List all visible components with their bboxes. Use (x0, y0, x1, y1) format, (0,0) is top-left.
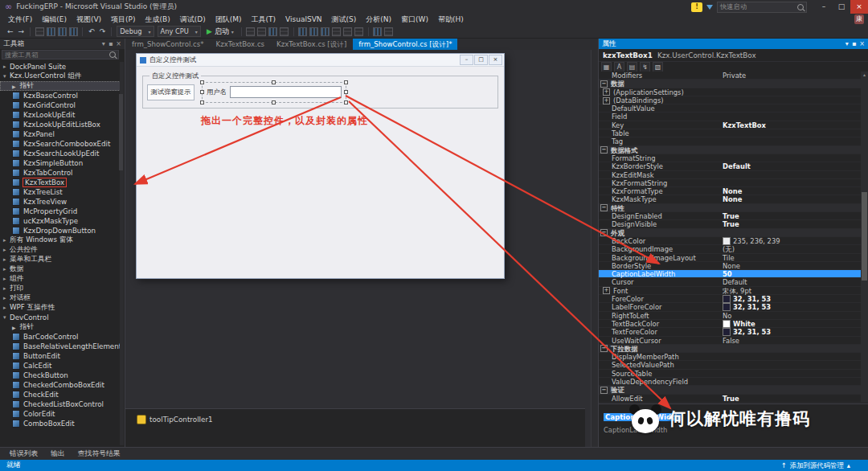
toolbox-item-6[interactable]: KzxLookUpEditListBox (0, 120, 121, 129)
quick-launch-search[interactable]: 快速启动 (717, 2, 807, 13)
expand-icon[interactable]: + (603, 88, 610, 96)
menu-item-12[interactable]: 帮助(H) (433, 14, 469, 25)
prop-value[interactable] (719, 370, 861, 378)
prop-row-field[interactable]: Field (599, 113, 861, 121)
toolbox-item-31[interactable]: CalcEdit (0, 361, 121, 371)
menu-item-8[interactable]: VisualSVN (280, 14, 326, 25)
prop-value[interactable]: True (719, 220, 861, 228)
collapse-icon[interactable]: − (600, 387, 608, 394)
doc-tab-3[interactable]: frm_ShowControl.cs [设计]* (353, 39, 457, 50)
menu-item-11[interactable]: 窗口(W) (396, 14, 433, 25)
toolbar-icon[interactable] (280, 27, 289, 36)
toolbox-item-28[interactable]: BarCodeControl (0, 332, 121, 342)
toolbox-item-34[interactable]: CheckEdit (0, 390, 121, 399)
close-icon[interactable]: × (859, 40, 865, 47)
prop-value[interactable]: True (719, 395, 861, 403)
prop-value[interactable]: No (719, 312, 861, 320)
prop-row-cursor[interactable]: CursorDefault (599, 278, 861, 286)
expand-icon[interactable]: + (603, 97, 610, 104)
toolbox-item-32[interactable]: CheckButton (0, 371, 121, 380)
collapse-icon[interactable]: − (600, 229, 608, 236)
prop-value[interactable]: (无) (719, 245, 861, 253)
toolbar-icon[interactable] (246, 27, 255, 36)
minimize-button[interactable]: – (815, 0, 833, 14)
toolbox-item-21[interactable]: ▸数据 (0, 264, 121, 274)
prop-value[interactable]: Private (719, 72, 861, 80)
toolbox-item-29[interactable]: BaseRelativeLengthElementP (0, 342, 121, 351)
prop-row-labelforecolor[interactable]: LabelForeColor32, 31, 53 (599, 303, 861, 311)
prop-row-tag[interactable]: Tag (599, 137, 861, 145)
align-tops-icon[interactable] (332, 27, 341, 36)
doc-tab-2[interactable]: KzxTextBox.cs [设计] (271, 39, 352, 50)
user-avatar[interactable]: 康 (854, 14, 864, 24)
prop-value[interactable]: None (719, 187, 861, 195)
bottom-tab-0[interactable]: 错误列表 (3, 449, 44, 459)
prop-row-usewaitcursor[interactable]: UseWaitCursorFalse (599, 337, 861, 345)
kzx-textbox-field[interactable] (230, 86, 342, 98)
toolbox-scrollbar[interactable] (120, 62, 124, 445)
prop-value[interactable] (719, 378, 861, 386)
toolbox-item-14[interactable]: KzxTreeView (0, 197, 121, 207)
properties-header[interactable]: 属性 ▾ ▪ × (599, 39, 868, 49)
toolbox-item-0[interactable]: ▸DockPanel Suite (0, 62, 121, 72)
toolbox-item-33[interactable]: CheckedComboBoxEdit (0, 380, 121, 390)
toolbox-item-16[interactable]: ucKzxMaskType (0, 216, 121, 226)
prop-value[interactable]: None (719, 195, 861, 203)
prop-value[interactable]: Tile (719, 254, 861, 262)
redo-icon[interactable]: ↷ (97, 27, 108, 35)
start-debug-button[interactable]: ▶ 启动 ▾ (207, 27, 234, 37)
prop-row-kzxeditmask[interactable]: KzxEditMask (599, 171, 861, 179)
open-file-icon[interactable] (47, 27, 55, 36)
prop-value[interactable] (719, 129, 861, 137)
close-button[interactable]: × (850, 0, 868, 14)
scrollbar-thumb[interactable] (862, 192, 867, 281)
prop-row-sourcetable[interactable]: SourceTable (599, 370, 861, 378)
properties-scrollbar[interactable]: ▴ (861, 72, 868, 403)
save-all-icon[interactable] (69, 27, 78, 36)
toolbox-item-8[interactable]: KzxSearchComboboxEdit (0, 139, 121, 149)
prop-row-forecolor[interactable]: ForeColor32, 31, 53 (599, 295, 861, 303)
align-rights-icon[interactable] (321, 27, 330, 36)
menu-item-4[interactable]: 生成(B) (141, 14, 175, 25)
toolbox-item-24[interactable]: ▸对话框 (0, 293, 121, 303)
prop-row-applicationsettings[interactable]: +(ApplicationSettings) (599, 88, 861, 96)
prop-value[interactable] (719, 104, 861, 113)
align-middles-icon[interactable] (343, 27, 352, 36)
chevron-down-icon[interactable]: ▾ (102, 40, 105, 47)
bottom-tab-1[interactable]: 输出 (44, 449, 72, 459)
maximize-button[interactable]: □ (833, 0, 850, 14)
prop-row-textforecolor[interactable]: TextForeColor32, 31, 53 (599, 328, 861, 336)
toolbox-item-26[interactable]: ▾DevControl (0, 313, 121, 322)
prop-value[interactable] (719, 137, 861, 145)
toolbox-item-2[interactable]: ▶指针 (0, 81, 121, 91)
prop-value[interactable]: 50 (719, 270, 861, 278)
align-bottoms-icon[interactable] (354, 27, 363, 36)
prop-row-defaultvalue[interactable]: DefaultValue (599, 104, 861, 113)
doc-tab-1[interactable]: KzxTextBox.cs (211, 39, 271, 50)
prop-row-formatstring[interactable]: FormatString (599, 154, 861, 162)
menu-item-1[interactable]: 编辑(E) (37, 14, 72, 25)
prop-row-kzxformatstring[interactable]: KzxFormatString (599, 179, 861, 187)
designer-canvas[interactable]: 自定义控件测试 – □ × 自定义控件测试 测试弹窗提示 用户名 (125, 50, 592, 447)
menu-item-10[interactable]: 分析(N) (361, 14, 396, 25)
collapse-icon[interactable]: − (600, 146, 608, 154)
toolbox-item-15[interactable]: McPropertyGrid (0, 207, 121, 216)
prop-value[interactable]: 32, 31, 53 (719, 328, 861, 336)
prop-value[interactable]: White (719, 320, 861, 328)
menu-item-0[interactable]: 文件(F) (3, 14, 37, 25)
prop-row-displaymemberpath[interactable]: DisplayMemberPath (599, 353, 861, 361)
menu-item-6[interactable]: 团队(M) (211, 14, 247, 25)
toolbox-item-37[interactable]: ComboBoxEdit (0, 419, 121, 428)
prop-row-selectedvaluepath[interactable]: SelectedValuePath (599, 361, 861, 369)
prop-row-designenabled[interactable]: DesignEnabledTrue (599, 212, 861, 220)
prop-value[interactable]: True (719, 212, 861, 220)
feedback-icon[interactable]: ! (691, 2, 702, 12)
editor-scrollbar[interactable] (591, 50, 598, 447)
toolbox-item-25[interactable]: ▸WPF 互操作性 (0, 303, 121, 313)
align-centers-icon[interactable] (309, 27, 318, 36)
designer-form[interactable]: 自定义控件测试 – □ × 自定义控件测试 测试弹窗提示 用户名 (136, 53, 505, 279)
toolbox-item-17[interactable]: KzxDropDownButton (0, 226, 121, 236)
prop-value[interactable] (719, 179, 861, 187)
close-icon[interactable]: × (116, 40, 121, 47)
prop-value[interactable] (719, 171, 861, 179)
